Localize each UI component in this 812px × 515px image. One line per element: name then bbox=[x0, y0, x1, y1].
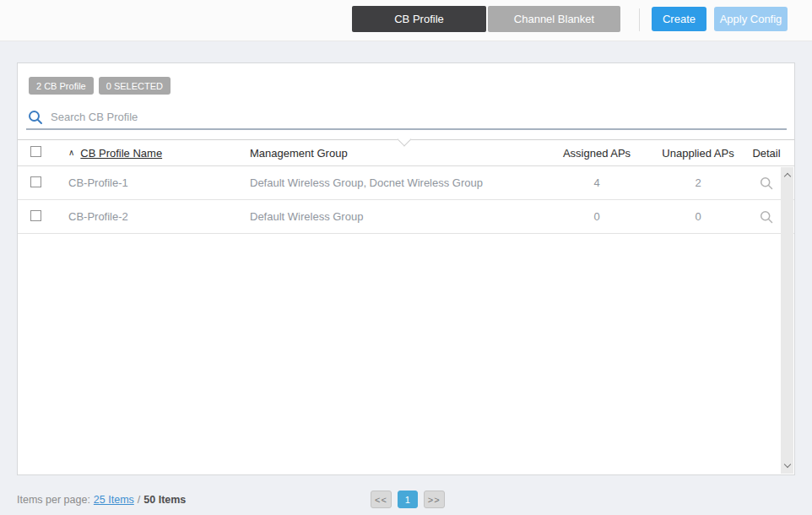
detail-magnifier-icon[interactable] bbox=[760, 176, 773, 190]
create-button[interactable]: Create bbox=[652, 7, 706, 31]
view-tab-group: CB Profile Channel Blanket bbox=[352, 6, 620, 32]
pagination-next-button[interactable]: >> bbox=[424, 491, 445, 508]
cb-profile-name-cell: CB-Profile-2 bbox=[68, 210, 250, 223]
table-scrollbar[interactable] bbox=[781, 167, 793, 474]
column-header-unapplied-aps: Unapplied APs bbox=[647, 147, 749, 160]
unapplied-aps-cell: 2 bbox=[647, 176, 749, 189]
column-header-detail: Detail bbox=[749, 147, 794, 160]
items-separator: / bbox=[138, 494, 140, 506]
selected-count-badge: 0 SELECTED bbox=[99, 77, 171, 95]
detail-magnifier-icon[interactable] bbox=[760, 210, 773, 224]
select-all-checkbox[interactable] bbox=[30, 146, 41, 157]
assigned-aps-cell: 0 bbox=[546, 210, 647, 223]
sort-asc-icon[interactable]: ∧ bbox=[68, 149, 74, 157]
scroll-down-icon[interactable] bbox=[783, 461, 790, 468]
toolbar-divider bbox=[639, 8, 640, 31]
profile-count-badge: 2 CB Profile bbox=[29, 77, 94, 95]
pagination: << 1 >> bbox=[371, 491, 445, 508]
column-header-management-group: Management Group bbox=[250, 147, 546, 160]
items-per-page-link[interactable]: 25 Items bbox=[94, 494, 134, 506]
search-icon bbox=[28, 110, 43, 125]
top-toolbar: CB Profile Channel Blanket Create Apply … bbox=[0, 0, 812, 41]
row-checkbox[interactable] bbox=[30, 176, 41, 187]
items-per-page-info: Items per page: 25 Items / 50 Items bbox=[17, 494, 186, 506]
tab-cb-profile[interactable]: CB Profile bbox=[352, 6, 486, 32]
tab-channel-blanket[interactable]: Channel Blanket bbox=[488, 6, 620, 32]
column-header-cb-profile-name[interactable]: CB Profile Name bbox=[80, 147, 162, 160]
unapplied-aps-cell: 0 bbox=[647, 210, 749, 223]
search-input[interactable] bbox=[51, 111, 787, 123]
table-header-row: ∧ CB Profile Name Management Group Assig… bbox=[18, 140, 794, 166]
badge-row: 2 CB Profile 0 SELECTED bbox=[29, 77, 171, 95]
row-checkbox[interactable] bbox=[30, 210, 41, 221]
cb-profile-name-cell: CB-Profile-1 bbox=[68, 176, 250, 189]
assigned-aps-cell: 4 bbox=[546, 176, 647, 189]
search-bar bbox=[26, 106, 787, 130]
items-per-page-label: Items per page: bbox=[17, 494, 90, 506]
scroll-up-icon[interactable] bbox=[783, 173, 790, 180]
total-items-label: 50 Items bbox=[143, 494, 186, 506]
pagination-page-1-button[interactable]: 1 bbox=[398, 491, 418, 508]
pagination-prev-button[interactable]: << bbox=[371, 491, 392, 508]
apply-config-button[interactable]: Apply Config bbox=[714, 7, 788, 31]
management-group-cell: Default Wireless Group, Docnet Wireless … bbox=[250, 176, 546, 189]
table-row[interactable]: CB-Profile-1 Default Wireless Group, Doc… bbox=[18, 166, 794, 200]
management-group-cell: Default Wireless Group bbox=[250, 210, 546, 223]
cb-profile-panel: 2 CB Profile 0 SELECTED ∧ CB Profile Nam… bbox=[17, 62, 795, 475]
table-row[interactable]: CB-Profile-2 Default Wireless Group 0 0 bbox=[18, 200, 794, 234]
column-header-assigned-aps: Assigned APs bbox=[546, 147, 647, 160]
table-body: CB-Profile-1 Default Wireless Group, Doc… bbox=[18, 166, 794, 234]
